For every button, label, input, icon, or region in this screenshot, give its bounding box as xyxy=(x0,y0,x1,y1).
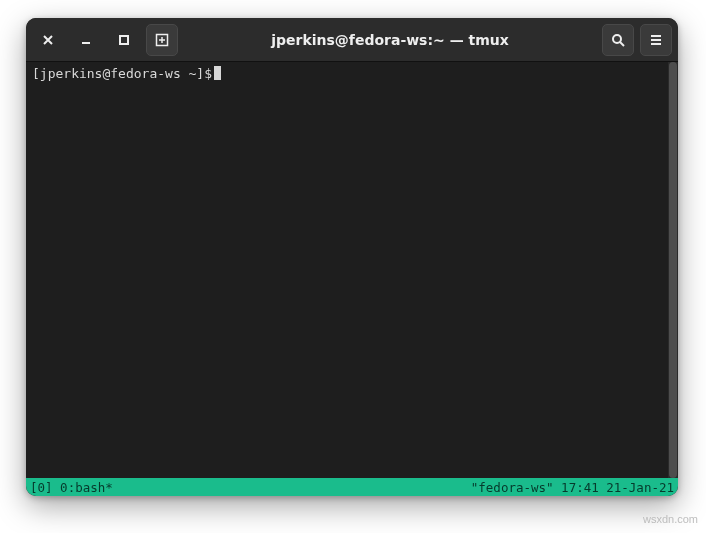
maximize-button[interactable] xyxy=(108,24,140,56)
watermark: wsxdn.com xyxy=(643,513,698,525)
window-title: jperkins@fedora-ws:~ — tmux xyxy=(184,32,596,48)
tmux-status-right: "fedora-ws" 17:41 21-Jan-21 xyxy=(471,480,674,495)
terminal-output[interactable]: [jperkins@fedora-ws ~]$ xyxy=(26,62,668,478)
tmux-status-left: [0] 0:bash* xyxy=(30,480,113,495)
tmux-status-bar: [0] 0:bash* "fedora-ws" 17:41 21-Jan-21 xyxy=(26,478,678,496)
cursor xyxy=(214,66,221,80)
new-tab-button[interactable] xyxy=(146,24,178,56)
shell-prompt: [jperkins@fedora-ws ~]$ xyxy=(32,66,212,81)
close-button[interactable] xyxy=(32,24,64,56)
search-icon xyxy=(611,33,625,47)
new-tab-icon xyxy=(155,33,169,47)
terminal-area: [jperkins@fedora-ws ~]$ xyxy=(26,62,678,478)
svg-rect-0 xyxy=(120,36,128,44)
scrollbar-thumb[interactable] xyxy=(669,62,677,478)
search-button[interactable] xyxy=(602,24,634,56)
minimize-button[interactable] xyxy=(70,24,102,56)
terminal-window: jperkins@fedora-ws:~ — tmux [jperkins@fe… xyxy=(26,18,678,496)
minimize-icon xyxy=(80,34,92,46)
scrollbar[interactable] xyxy=(668,62,678,478)
close-icon xyxy=(42,34,54,46)
maximize-icon xyxy=(118,34,130,46)
menu-button[interactable] xyxy=(640,24,672,56)
svg-point-2 xyxy=(613,35,621,43)
titlebar: jperkins@fedora-ws:~ — tmux xyxy=(26,18,678,62)
hamburger-icon xyxy=(649,33,663,47)
